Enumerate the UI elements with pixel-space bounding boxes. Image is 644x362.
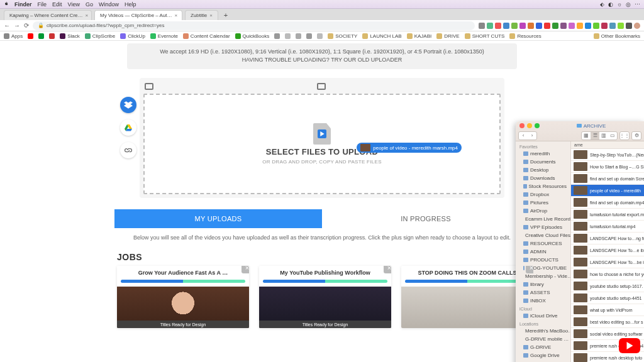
bookmark-item[interactable] xyxy=(317,33,323,39)
finder-window[interactable]: ARCHIVE ‹ › ▦ ☰ ▥ ▭ ⋮⋮ ⚙ Favorites mered… xyxy=(516,121,644,362)
sidebar-item[interactable]: ADMIN xyxy=(516,248,570,256)
menu-go[interactable]: Go xyxy=(86,1,93,8)
status-icon[interactable]: ◎ xyxy=(626,1,631,8)
file-row[interactable]: youtube studio setup-1617. xyxy=(571,280,644,292)
arrange-button[interactable]: ⋮⋮ xyxy=(620,132,629,140)
job-card[interactable]: × STOP DOING THIS ON ZOOM CALLS xyxy=(401,266,533,328)
new-tab-button[interactable]: + xyxy=(221,10,231,20)
menu-window[interactable]: Window xyxy=(99,1,119,8)
sidebar-item[interactable]: INBOX xyxy=(516,297,570,305)
file-row[interactable]: LANDSCAPE How To…e iby xyxy=(571,244,644,256)
tab-my-uploads[interactable]: MY UPLOADS xyxy=(114,209,322,228)
status-icon[interactable]: ☼ xyxy=(617,1,622,8)
close-tab-icon[interactable]: × xyxy=(175,13,178,18)
sidebar-item[interactable]: Meredith's MacBoo… xyxy=(516,327,570,335)
sidebar-item[interactable]: Desktop xyxy=(516,166,570,174)
ext-icon[interactable] xyxy=(601,23,608,29)
menu-edit[interactable]: Edit xyxy=(52,1,62,8)
bookmark-item[interactable] xyxy=(285,33,291,39)
job-card[interactable]: × My YouTube Publishing Workflow Titles … xyxy=(259,266,391,328)
ext-icon[interactable] xyxy=(609,23,616,29)
sidebar-item[interactable]: VPP Episodes xyxy=(516,223,570,231)
bookmark-item[interactable] xyxy=(274,33,280,39)
bookmark-item[interactable] xyxy=(28,33,33,39)
trouble-uploading-link[interactable]: HAVING TROUBLE UPLOADING? TRY OUR OLD UP… xyxy=(133,57,511,63)
ext-icon[interactable] xyxy=(569,23,575,29)
file-row[interactable]: how to choose a niche for yo xyxy=(571,268,644,280)
bookmark-item[interactable]: Slack xyxy=(60,33,80,39)
finder-back-button[interactable]: ‹ xyxy=(519,132,528,140)
sidebar-item[interactable]: RESOURCES xyxy=(516,239,570,248)
sidebar-item[interactable]: BLOG-YOUTUBE xyxy=(516,264,570,272)
file-row[interactable]: premiere rush desktop tuto xyxy=(571,352,644,362)
sidebar-item[interactable]: Creative Cloud Files xyxy=(516,231,570,239)
ext-icon[interactable] xyxy=(626,23,632,29)
bookmark-item[interactable]: ClipScribe xyxy=(85,33,115,39)
file-row[interactable]: find and set up domain.mp4 xyxy=(571,197,644,209)
apple-icon[interactable] xyxy=(4,1,9,8)
close-job-button[interactable]: × xyxy=(526,266,533,273)
finder-forward-button[interactable]: › xyxy=(528,132,536,140)
close-tab-icon[interactable]: × xyxy=(86,13,89,18)
ext-icon[interactable] xyxy=(511,23,518,29)
close-job-button[interactable]: × xyxy=(242,266,249,273)
sidebar-item[interactable]: meredith xyxy=(516,150,570,158)
play-button[interactable] xyxy=(619,338,640,353)
file-row[interactable]: How to Start a Blog –…G SE xyxy=(571,161,644,173)
ext-icon[interactable] xyxy=(479,23,485,29)
bookmark-item[interactable]: ClickUp xyxy=(120,33,145,39)
ext-icon[interactable] xyxy=(503,23,509,29)
sidebar-item[interactable]: Pictures xyxy=(516,199,570,207)
view-icons[interactable]: ▦ xyxy=(582,132,591,140)
file-row[interactable]: best video editing so…for s xyxy=(571,316,644,328)
bookmark-folder[interactable]: SHORT CUTS xyxy=(465,33,505,39)
reload-button[interactable]: ⟳ xyxy=(24,22,29,29)
file-row[interactable]: LANDSCAPE How To…be iB xyxy=(571,256,644,268)
bookmark-folder[interactable]: Resources xyxy=(509,33,541,39)
sidebar-item[interactable]: AirDrop xyxy=(516,207,570,215)
sidebar-item[interactable]: PRODUCTS xyxy=(516,256,570,264)
back-button[interactable]: ← xyxy=(4,22,10,29)
file-dropzone[interactable]: SELECT FILES TO UPLOAD OR DRAG AND DROP,… xyxy=(143,94,501,194)
bookmark-folder[interactable]: LAUNCH LAB xyxy=(362,33,401,39)
bookmark-item[interactable] xyxy=(306,33,312,39)
ext-icon[interactable] xyxy=(585,23,591,29)
close-window-button[interactable] xyxy=(519,123,525,128)
sidebar-item[interactable]: library xyxy=(516,280,570,288)
tab-in-progress[interactable]: IN PROGRESS xyxy=(322,209,530,228)
ext-icon[interactable] xyxy=(560,23,567,29)
file-row[interactable]: lumafusion tutorial.mp4 xyxy=(571,221,644,233)
sidebar-item[interactable]: Google Drive xyxy=(516,351,570,359)
menu-file[interactable]: File xyxy=(38,1,47,8)
browser-tab-active[interactable]: My Videos — ClipScribe – Aut…× xyxy=(94,10,182,20)
device-icon[interactable] xyxy=(317,83,326,90)
view-gallery[interactable]: ▭ xyxy=(608,132,617,140)
dropbox-button[interactable] xyxy=(120,97,136,113)
forward-button[interactable]: → xyxy=(14,22,20,29)
close-tab-icon[interactable]: × xyxy=(209,13,213,18)
dropbox-menubar-icon[interactable]: ⬖ xyxy=(600,1,604,8)
file-row[interactable]: LANDSCAPE How to…ng fro xyxy=(571,233,644,244)
file-row[interactable]: people of video - meredith xyxy=(571,185,644,197)
ext-icon[interactable] xyxy=(618,23,624,29)
file-row[interactable]: what up with VidProm xyxy=(571,304,644,316)
file-row[interactable]: lumafusion tutorial export.m xyxy=(571,209,644,221)
zoom-window-button[interactable] xyxy=(535,123,540,128)
address-bar[interactable]: 🔒 clipscribe.com/upload-files/?wppb_cpm_… xyxy=(33,21,475,30)
profile-avatar[interactable] xyxy=(634,23,640,29)
browser-tab[interactable]: Kapwing – Where Content Cre…× xyxy=(4,10,92,20)
bookmark-folder[interactable]: DRIVE xyxy=(436,33,459,39)
ext-icon[interactable] xyxy=(495,23,501,29)
device-icon[interactable] xyxy=(145,83,153,90)
bookmark-item[interactable]: Content Calendar xyxy=(183,33,230,39)
sidebar-item[interactable]: iCloud Drive xyxy=(516,312,570,320)
bookmark-item[interactable] xyxy=(38,33,44,39)
sidebar-item[interactable]: Dropbox xyxy=(516,190,570,199)
status-icon[interactable]: ◐ xyxy=(608,1,613,8)
finder-titlebar[interactable]: ARCHIVE xyxy=(516,121,644,130)
column-header-name[interactable]: ame xyxy=(571,141,644,149)
bookmark-item[interactable] xyxy=(296,33,301,39)
bookmark-item[interactable]: Apps xyxy=(4,33,23,39)
other-bookmarks[interactable]: Other Bookmarks xyxy=(594,33,640,39)
job-card[interactable]: × Grow Your Audience Fast As A … Titles … xyxy=(117,266,249,328)
